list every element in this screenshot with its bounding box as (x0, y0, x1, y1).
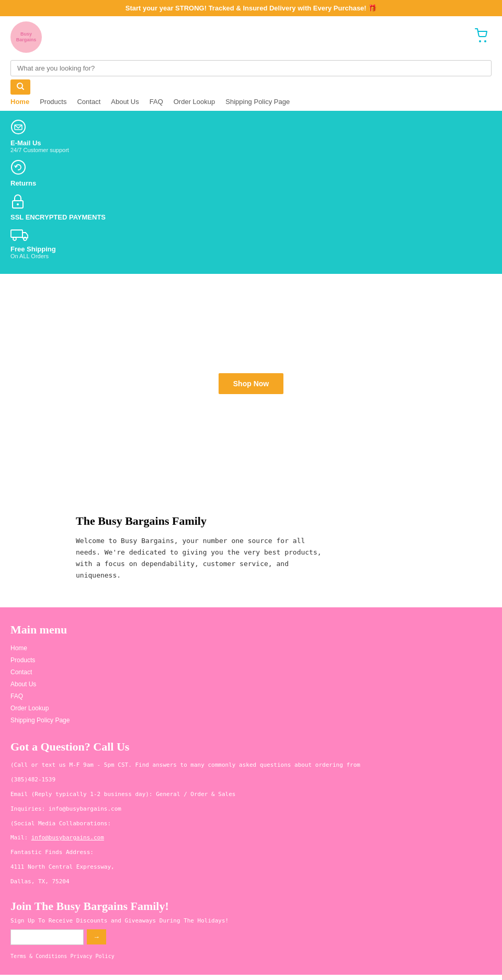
feature-email-title: E-Mail Us (10, 139, 492, 147)
svg-point-1 (484, 40, 486, 42)
features-bar: E-Mail Us 24/7 Customer support Returns … (0, 111, 502, 274)
svg-point-0 (479, 40, 481, 42)
footer-main-menu: Main menu Home Products Contact About Us… (10, 623, 492, 724)
search-button[interactable] (10, 79, 30, 95)
footer-nav-about-us[interactable]: About Us (10, 679, 492, 688)
nav: Home Products Contact About Us FAQ Order… (0, 98, 502, 111)
shop-now-button[interactable]: Shop Now (219, 373, 283, 394)
returns-icon (10, 159, 492, 178)
footer-bottom: Terms & Conditions Privacy Policy (10, 953, 492, 959)
banner-text: Start your year STRONG! Tracked & Insure… (126, 4, 377, 12)
feature-shipping: Free Shipping On ALL Orders (10, 227, 492, 259)
footer-nav-list: Home Products Contact About Us FAQ Order… (10, 643, 492, 724)
email-icon (10, 119, 492, 138)
feature-returns: Returns (10, 159, 492, 187)
svg-line-3 (22, 88, 24, 89)
feature-ssl-title: SSL ENCRYPTED PAYMENTS (10, 213, 492, 221)
footer-contact-social-label: (Social Media Collaborations: (10, 818, 492, 829)
svg-rect-9 (11, 230, 22, 237)
logo[interactable]: Busy Bargains (10, 21, 42, 53)
footer-email-input[interactable] (10, 929, 84, 945)
feature-shipping-title: Free Shipping (10, 245, 492, 253)
cart-icon[interactable] (475, 28, 492, 47)
lock-icon (10, 193, 492, 212)
nav-contact[interactable]: Contact (77, 98, 100, 106)
about-body: Welcome to Busy Bargains, your number on… (76, 535, 327, 581)
footer-nav-products[interactable]: Products (10, 655, 492, 664)
nav-shipping-policy[interactable]: Shipping Policy Page (225, 98, 290, 106)
footer-contact-email-address: Inquiries: info@busybargains.com (10, 804, 492, 814)
footer-nav-contact[interactable]: Contact (10, 667, 492, 676)
nav-home[interactable]: Home (10, 98, 29, 106)
feature-ssl: SSL ENCRYPTED PAYMENTS (10, 193, 492, 221)
about-title: The Busy Bargains Family (76, 514, 492, 528)
footer-nav-faq[interactable]: FAQ (10, 691, 492, 700)
footer-contact: Got a Question? Call Us (Call or text us… (10, 740, 492, 886)
svg-point-6 (12, 160, 25, 174)
footer-contact-email-info: Email (Reply typically 1-2 business day)… (10, 789, 492, 800)
feature-email-subtitle: 24/7 Customer support (10, 147, 492, 153)
footer-submit-button[interactable]: → (87, 929, 106, 944)
svg-point-4 (12, 120, 25, 134)
footer-nav-order-lookup[interactable]: Order Lookup (10, 703, 492, 712)
footer-contact-heading: Got a Question? Call Us (10, 740, 492, 754)
footer-nav-shipping-policy[interactable]: Shipping Policy Page (10, 715, 492, 724)
footer-main-menu-heading: Main menu (10, 623, 492, 637)
footer-nav-home[interactable]: Home (10, 643, 492, 652)
search-bar (0, 58, 502, 98)
search-input[interactable] (10, 60, 492, 76)
feature-shipping-subtitle: On ALL Orders (10, 253, 492, 259)
feature-email: E-Mail Us 24/7 Customer support (10, 119, 492, 153)
footer-address-line1: 4111 North Central Expressway, (10, 862, 492, 872)
svg-point-10 (13, 237, 16, 240)
top-banner: Start your year STRONG! Tracked & Insure… (0, 0, 502, 16)
shipping-icon (10, 227, 492, 244)
footer: Main menu Home Products Contact About Us… (0, 607, 502, 974)
footer-join-subtext: Sign Up To Receive Discounts and Giveawa… (10, 917, 492, 924)
logo-text: Busy Bargains (16, 31, 37, 43)
footer-address-label: Fantastic Finds Address: (10, 847, 492, 858)
hero-section: Shop Now (0, 274, 502, 493)
footer-social-email-label: Mail: (10, 834, 28, 841)
footer-contact-social-email: Mail: info@busybargains.com (10, 833, 492, 843)
footer-contact-line1: (Call or text us M-F 9am - 5pm CST. Find… (10, 760, 492, 770)
footer-social-email-link[interactable]: info@busybargains.com (31, 834, 104, 841)
footer-contact-phone: (385)482-1539 (10, 775, 492, 785)
feature-returns-title: Returns (10, 179, 492, 187)
footer-join: Join The Busy Bargains Family! Sign Up T… (10, 900, 492, 959)
nav-faq[interactable]: FAQ (150, 98, 163, 106)
about-section: The Busy Bargains Family Welcome to Busy… (0, 493, 502, 607)
footer-address-line2: Dallas, TX, 75204 (10, 877, 492, 887)
footer-join-heading: Join The Busy Bargains Family! (10, 900, 492, 913)
footer-bottom-text: Terms & Conditions Privacy Policy (10, 953, 115, 959)
svg-point-8 (17, 203, 19, 205)
nav-products[interactable]: Products (40, 98, 66, 106)
nav-about-us[interactable]: About Us (111, 98, 139, 106)
header: Busy Bargains (0, 16, 502, 58)
nav-order-lookup[interactable]: Order Lookup (174, 98, 215, 106)
svg-point-11 (24, 237, 27, 240)
footer-join-form: → (10, 929, 492, 945)
